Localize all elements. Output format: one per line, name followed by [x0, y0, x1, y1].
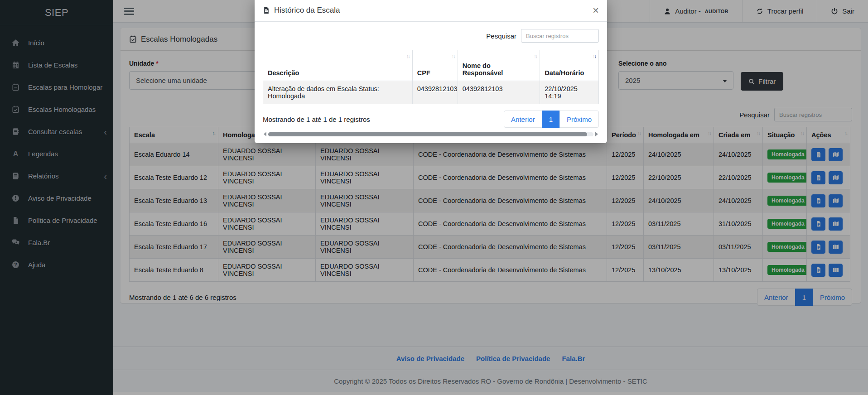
modal-search-row: Pesquisar	[263, 29, 599, 43]
previous-page-button[interactable]: Anterior	[504, 111, 542, 128]
col-header-descricao[interactable]: Descrição↑↓	[263, 50, 413, 81]
historico-table: Descrição↑↓ CPF↑↓ Nome do Responsável↑↓ …	[263, 50, 599, 104]
modal-table-info: Mostrando de 1 até 1 de 1 registros	[263, 116, 370, 123]
modal-title: Histórico da Escala	[263, 6, 340, 15]
sort-icon: ↑↓	[593, 53, 596, 59]
scroll-right-arrow-icon[interactable]	[595, 132, 598, 136]
close-icon[interactable]: ×	[593, 5, 599, 16]
modal-table-footer: Mostrando de 1 até 1 de 1 registros Ante…	[263, 111, 599, 128]
modal-body: Pesquisar Descrição↑↓ CPF↑↓ Nome do Resp…	[255, 22, 607, 143]
modal-search-label: Pesquisar	[486, 32, 516, 40]
col-header-nome-do-responsavel[interactable]: Nome do Responsável↑↓	[458, 50, 540, 81]
modal-pagination: Anterior 1 Próximo	[504, 111, 599, 128]
col-header-cpf[interactable]: CPF↑↓	[412, 50, 458, 81]
app-root: SIEP Início Lista de Escalas Escalas par…	[0, 0, 868, 395]
scroll-left-arrow-icon[interactable]	[264, 132, 266, 136]
sort-icon: ↑↓	[406, 53, 410, 59]
modal-search-input[interactable]	[521, 29, 599, 43]
scrollbar-track[interactable]	[268, 132, 593, 136]
table-row: Alteração de dados em Escala Status: Hom…	[263, 81, 599, 104]
page-number-button[interactable]: 1	[542, 111, 560, 128]
historico-da-escala-modal: Histórico da Escala × Pesquisar Descriçã…	[255, 0, 607, 143]
col-header-data-horario[interactable]: Data/Horário↑↓	[540, 50, 599, 81]
modal-header: Histórico da Escala ×	[255, 0, 607, 22]
scrollbar-thumb[interactable]	[268, 132, 587, 136]
sort-icon: ↑↓	[534, 53, 537, 59]
file-invoice-icon	[263, 7, 270, 14]
horizontal-scrollbar	[264, 131, 598, 137]
sort-icon: ↑↓	[452, 53, 455, 59]
next-page-button[interactable]: Próximo	[559, 111, 599, 128]
